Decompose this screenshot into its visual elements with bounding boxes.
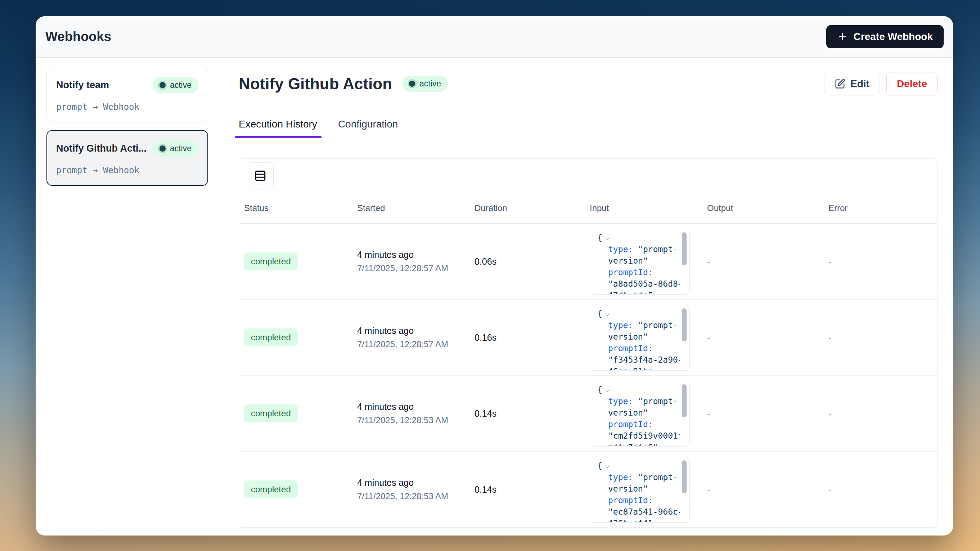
json-value: 46ee-91be xyxy=(608,366,653,371)
chevron-down-icon[interactable] xyxy=(604,311,611,318)
json-scrollbar-thumb[interactable] xyxy=(682,308,687,341)
input-json-preview[interactable]: { type: "prompt- version" promptId: "a8a… xyxy=(590,229,690,295)
json-value: "prompt- xyxy=(638,320,678,330)
table-row: completed 4 minutes ago 7/11/2025, 12:28… xyxy=(239,224,937,299)
duration-value: 0.16s xyxy=(474,333,590,343)
webhook-name: Notify team xyxy=(56,80,109,91)
status-badge-label: active xyxy=(170,80,191,90)
error-value: - xyxy=(829,408,937,419)
sidebar-item-notify-team[interactable]: Notify team active prompt → Webhook xyxy=(46,67,208,123)
json-open-brace: { xyxy=(597,308,602,319)
status-badge-label: active xyxy=(170,144,191,153)
json-open-brace: { xyxy=(597,384,602,395)
json-value: "prompt- xyxy=(638,245,678,254)
json-key: type: xyxy=(608,245,633,254)
json-key: type: xyxy=(608,397,633,406)
json-value: 426b-ef41 xyxy=(608,519,653,522)
json-value: "f3453f4a-2a90- xyxy=(608,355,683,365)
output-value: - xyxy=(707,256,829,267)
table-rows-view-button[interactable] xyxy=(247,162,274,190)
edit-pencil-icon xyxy=(835,78,845,89)
webhooks-window: Webhooks Create Webhook Notify team acti… xyxy=(36,16,953,535)
column-header-started: Started xyxy=(357,203,474,213)
delete-button[interactable]: Delete xyxy=(886,72,937,96)
tab-configuration[interactable]: Configuration xyxy=(338,118,398,138)
desktop-background: Webhooks Create Webhook Notify team acti… xyxy=(0,0,980,551)
webhook-list-sidebar: Notify team active prompt → Webhook Noti… xyxy=(36,57,220,535)
status-badge: completed xyxy=(244,252,298,271)
json-value: version" xyxy=(608,256,648,266)
json-open-brace: { xyxy=(597,232,602,244)
detail-actions: Edit Delete xyxy=(824,72,937,96)
json-value: version" xyxy=(608,332,648,341)
json-scrollbar xyxy=(680,306,689,370)
json-value: mdiv7oio6" xyxy=(608,443,658,447)
active-dot-icon xyxy=(159,145,165,151)
json-scrollbar-thumb[interactable] xyxy=(682,384,687,417)
duration-value: 0.14s xyxy=(474,408,590,419)
webhook-route: prompt → Webhook xyxy=(56,165,198,175)
json-scrollbar-thumb[interactable] xyxy=(682,460,687,494)
started-relative: 4 minutes ago xyxy=(357,401,474,412)
error-value: - xyxy=(829,333,937,343)
json-value: "prompt- xyxy=(638,473,678,482)
column-header-error: Error xyxy=(829,203,937,213)
json-key: type: xyxy=(608,473,633,482)
error-value: - xyxy=(829,484,937,495)
json-open-brace: { xyxy=(597,460,602,471)
json-scrollbar xyxy=(680,229,689,294)
chevron-down-icon[interactable] xyxy=(604,235,611,242)
error-value: - xyxy=(829,256,937,267)
input-json-preview[interactable]: { type: "prompt- version" promptId: "cm2… xyxy=(590,381,690,447)
chevron-down-icon[interactable] xyxy=(604,463,611,470)
app-header: Webhooks Create Webhook xyxy=(36,16,953,57)
active-dot-icon xyxy=(409,81,415,87)
status-badge: completed xyxy=(244,404,298,422)
duration-value: 0.14s xyxy=(474,484,590,495)
json-key: promptId: xyxy=(608,495,653,505)
status-badge: active xyxy=(153,77,198,93)
started-absolute: 7/11/2025, 12:28:57 AM xyxy=(357,339,474,349)
json-scrollbar xyxy=(680,457,689,522)
input-json-preview[interactable]: { type: "prompt- version" promptId: "ec8… xyxy=(590,457,690,522)
detail-title-group: Notify Github Action active xyxy=(239,75,448,93)
duration-value: 0.06s xyxy=(474,256,590,267)
json-key: promptId: xyxy=(608,344,653,353)
active-dot-icon xyxy=(159,82,165,88)
started-relative: 4 minutes ago xyxy=(357,250,474,260)
started-absolute: 7/11/2025, 12:28:53 AM xyxy=(357,491,474,501)
chevron-down-icon[interactable] xyxy=(604,387,611,394)
edit-button[interactable]: Edit xyxy=(824,72,880,96)
table-rows-icon xyxy=(253,169,267,183)
json-scrollbar xyxy=(680,381,689,446)
status-badge-label: active xyxy=(420,79,441,89)
table-toolbar xyxy=(239,159,937,193)
plus-icon xyxy=(837,31,848,42)
json-scrollbar-thumb[interactable] xyxy=(682,232,687,266)
json-key: promptId: xyxy=(608,268,653,277)
started-relative: 4 minutes ago xyxy=(357,478,474,488)
tab-execution-history[interactable]: Execution History xyxy=(239,118,317,138)
input-json-preview[interactable]: { type: "prompt- version" promptId: "f34… xyxy=(590,305,690,371)
webhook-detail-panel: Notify Github Action active Edit xyxy=(220,57,953,535)
column-header-input: Input xyxy=(590,203,707,213)
column-header-output: Output xyxy=(707,203,829,213)
webhook-route: prompt → Webhook xyxy=(56,102,198,112)
sidebar-item-header: Notify Github Acti... active xyxy=(56,140,198,157)
column-header-status: Status xyxy=(244,203,357,213)
table-row: completed 4 minutes ago 7/11/2025, 12:28… xyxy=(239,299,937,376)
status-badge: active xyxy=(153,140,198,157)
table-row: completed 4 minutes ago 7/11/2025, 12:28… xyxy=(239,376,937,452)
webhook-detail-title: Notify Github Action xyxy=(239,75,392,93)
json-key: type: xyxy=(608,320,633,330)
status-badge: completed xyxy=(244,481,298,498)
started-relative: 4 minutes ago xyxy=(357,326,474,336)
column-header-duration: Duration xyxy=(474,203,590,213)
json-key: promptId: xyxy=(608,420,653,429)
detail-header: Notify Github Action active Edit xyxy=(239,72,937,96)
json-value: version" xyxy=(608,408,648,417)
sidebar-item-notify-github-action[interactable]: Notify Github Acti... active prompt → We… xyxy=(46,130,208,186)
page-title: Webhooks xyxy=(45,29,111,44)
app-body: Notify team active prompt → Webhook Noti… xyxy=(36,57,953,535)
create-webhook-button[interactable]: Create Webhook xyxy=(826,25,943,48)
